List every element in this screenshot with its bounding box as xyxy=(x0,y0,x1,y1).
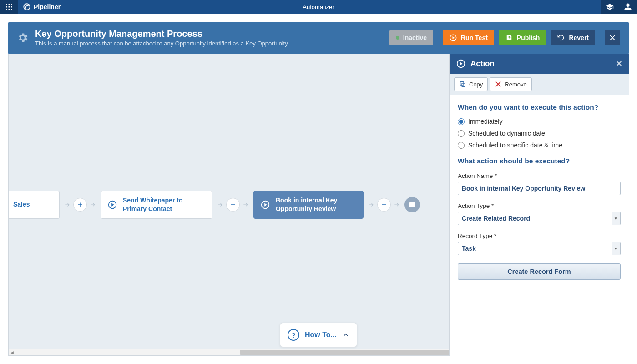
action-type-label: Action Type * xyxy=(458,202,621,209)
play-circle-icon xyxy=(107,200,117,210)
action-type-select[interactable]: Create Related Record ▾ xyxy=(458,212,621,225)
svg-rect-4 xyxy=(9,6,10,8)
topbar-title: Automatizer xyxy=(303,4,334,10)
brand-name: Pipeliner xyxy=(34,3,61,10)
panel-header: Action ✕ xyxy=(450,54,629,74)
add-step-button[interactable] xyxy=(73,198,87,212)
flow-node-book-review[interactable]: Book in internal Key Opportunity Review xyxy=(253,191,364,219)
arrow-icon xyxy=(243,202,249,208)
add-step-button[interactable] xyxy=(377,198,391,212)
scroll-left-arrow[interactable]: ◀ xyxy=(9,350,15,355)
radio-dynamic-date-input[interactable] xyxy=(458,130,465,137)
radio-specific-date-input[interactable] xyxy=(458,142,465,149)
close-icon xyxy=(609,34,616,41)
brand-logo-icon xyxy=(23,3,31,11)
record-type-select[interactable]: Task ▾ xyxy=(458,242,621,255)
publish-icon xyxy=(505,34,513,42)
revert-icon xyxy=(557,34,565,42)
play-circle-icon xyxy=(456,59,466,69)
arrow-icon xyxy=(394,202,400,208)
play-circle-icon xyxy=(449,34,457,42)
how-to-button[interactable]: ? How To... xyxy=(280,323,357,347)
svg-rect-3 xyxy=(6,6,7,8)
gear-icon xyxy=(17,32,29,44)
run-test-button[interactable]: Run Test xyxy=(443,30,494,46)
stop-icon xyxy=(410,202,415,207)
play-circle-icon xyxy=(260,200,270,210)
arrow-icon xyxy=(64,202,71,208)
svg-rect-8 xyxy=(11,9,12,10)
svg-rect-0 xyxy=(6,4,7,5)
arrow-icon xyxy=(368,202,374,208)
record-type-label: Record Type * xyxy=(458,233,621,239)
panel-close-button[interactable]: ✕ xyxy=(616,59,622,69)
apps-grid-icon xyxy=(5,3,13,10)
panel-toolbar: Copy Remove xyxy=(450,74,629,95)
chevron-up-icon xyxy=(342,331,349,339)
radio-immediately-input[interactable] xyxy=(458,118,465,125)
editor-header: Key Opportunity Management Process This … xyxy=(8,22,629,54)
copy-icon xyxy=(459,81,466,88)
status-dot-icon xyxy=(396,36,399,40)
top-bar: Pipeliner Automatizer xyxy=(0,0,637,14)
plus-icon xyxy=(381,202,387,208)
arrow-icon xyxy=(217,202,223,208)
create-record-form-button[interactable]: Create Record Form xyxy=(458,263,621,280)
chevron-down-icon: ▾ xyxy=(612,212,620,225)
radio-specific-date[interactable]: Scheduled to specific date & time xyxy=(458,142,621,149)
copy-button[interactable]: Copy xyxy=(454,77,488,91)
status-label: Inactive xyxy=(403,34,427,41)
remove-icon xyxy=(495,81,502,88)
svg-rect-7 xyxy=(9,9,10,10)
question-circle-icon: ? xyxy=(288,329,299,341)
arrow-icon xyxy=(90,202,96,208)
svg-rect-1 xyxy=(9,4,10,5)
apps-menu-button[interactable] xyxy=(0,0,18,14)
action-execute-heading: What action should be executed? xyxy=(458,157,621,165)
flow-node-whitepaper[interactable]: Send Whitepaper to Primary Contact xyxy=(101,191,212,219)
svg-rect-6 xyxy=(6,9,7,10)
svg-rect-2 xyxy=(11,4,12,5)
close-editor-button[interactable] xyxy=(605,30,620,46)
revert-button[interactable]: Revert xyxy=(551,30,595,46)
add-step-button[interactable] xyxy=(226,198,240,212)
divider xyxy=(438,31,438,45)
process-title: Key Opportunity Management Process xyxy=(35,29,288,39)
flow-end-node[interactable] xyxy=(404,197,420,212)
brand[interactable]: Pipeliner xyxy=(18,3,65,11)
chevron-down-icon: ▾ xyxy=(612,242,620,255)
help-button[interactable] xyxy=(601,0,619,14)
publish-button[interactable]: Publish xyxy=(499,30,546,46)
execute-when-heading: When do you want to execute this action? xyxy=(458,103,621,111)
remove-button[interactable]: Remove xyxy=(490,77,531,91)
plus-icon xyxy=(77,202,83,208)
action-side-panel: Action ✕ Copy Remove When do you want to… xyxy=(449,54,629,356)
panel-title: Action xyxy=(470,59,495,68)
status-inactive-button[interactable]: Inactive xyxy=(389,30,433,46)
svg-point-9 xyxy=(24,4,30,10)
user-icon xyxy=(624,3,632,11)
action-name-input[interactable] xyxy=(458,182,621,195)
flow-node-sales[interactable]: Sales xyxy=(9,191,60,219)
radio-immediately[interactable]: Immediately xyxy=(458,118,621,125)
process-subtitle: This is a manual process that can be att… xyxy=(35,40,288,47)
profile-button[interactable] xyxy=(619,0,637,14)
svg-rect-5 xyxy=(11,6,12,8)
radio-dynamic-date[interactable]: Scheduled to dynamic date xyxy=(458,130,621,137)
action-name-label: Action Name * xyxy=(458,172,621,179)
divider xyxy=(600,31,600,45)
graduation-cap-icon xyxy=(606,3,614,11)
plus-icon xyxy=(230,202,236,208)
